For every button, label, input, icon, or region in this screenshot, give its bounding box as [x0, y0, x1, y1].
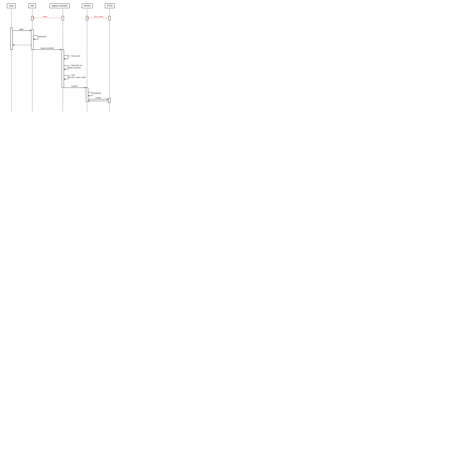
svg-marker-12 [87, 17, 88, 19]
actor-yaml: Yaml [7, 3, 16, 8]
svg-rect-9 [86, 16, 88, 20]
actor-apisix-label: APISIX [84, 5, 91, 7]
svg-rect-45 [109, 98, 111, 103]
svg-rect-23 [62, 50, 64, 88]
match-label-1: 2、Match k8s svc - [69, 64, 83, 66]
actor-k8s: k8s [29, 3, 36, 8]
lasting-label: Lasting [95, 97, 101, 99]
svg-marker-37 [64, 78, 65, 80]
sync-label-2: k8s pod - apisix nodes [69, 76, 86, 78]
svg-marker-44 [88, 95, 89, 96]
apply-label: apply [19, 28, 23, 30]
actor-yaml-label: Yaml [9, 5, 14, 7]
svg-marker-47 [107, 99, 108, 100]
diagram-arrows: watch Sync Status apply admission [0, 0, 119, 113]
actor-ingress: ingress-controller [49, 3, 70, 8]
actor-etcd-label: ETCD [107, 5, 113, 7]
actor-k8s-label: k8s [31, 5, 34, 7]
svg-marker-20 [33, 39, 35, 40]
svg-rect-38 [86, 88, 88, 101]
svg-marker-33 [64, 69, 65, 70]
svg-marker-16 [30, 30, 31, 31]
ingress-controller-label: ingress-controller [41, 47, 54, 49]
svg-marker-8 [32, 17, 34, 19]
actor-ingress-label: ingress-controller [52, 5, 68, 7]
watch-label: watch [43, 15, 47, 17]
sync-label-1: 3、Sync [69, 74, 75, 76]
svg-rect-10 [109, 16, 111, 20]
svg-marker-29 [64, 58, 65, 59]
parse-yaml-label: 1、Parse yaml [69, 55, 80, 57]
actor-apisix: APISIX [82, 3, 93, 8]
svg-marker-22 [13, 44, 14, 46]
svg-rect-14 [31, 29, 33, 50]
actor-etcd: ETCD [105, 3, 115, 8]
call-api-label: Call API [71, 85, 77, 87]
svg-marker-49 [88, 100, 90, 101]
admission-label: admission [39, 36, 46, 38]
svg-marker-40 [85, 87, 86, 88]
match-label-2: apisix upstream [69, 67, 81, 69]
svg-rect-13 [11, 28, 12, 50]
sequence-diagram: Yaml k8s ingress-controller APISIX ETCD … [0, 0, 119, 113]
svg-marker-25 [60, 49, 62, 50]
sync-status-label: Sync Status [94, 15, 103, 17]
verification-label: Verification [93, 92, 101, 94]
svg-rect-5 [31, 16, 33, 20]
svg-rect-6 [62, 16, 64, 20]
